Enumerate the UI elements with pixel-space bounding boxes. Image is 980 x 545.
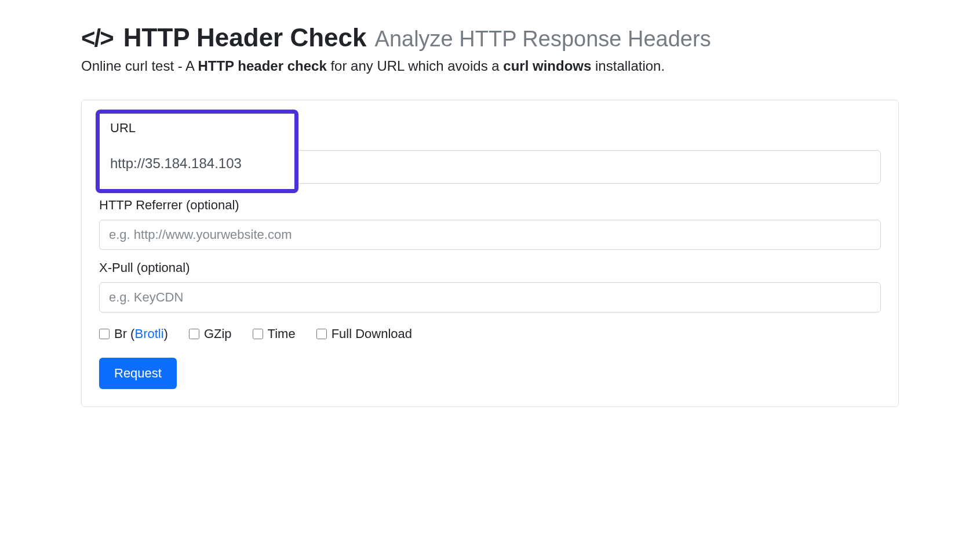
br-option[interactable]: Br (Brotli) [99,326,168,341]
time-label: Time [268,326,296,341]
referrer-group: HTTP Referrer (optional) [99,198,881,250]
url-label: URL [110,121,284,136]
full-download-checkbox[interactable] [316,329,327,339]
request-button[interactable]: Request [99,358,177,389]
xpull-label: X-Pull (optional) [99,260,881,275]
options-row: Br (Brotli) GZip Time Full Download [99,326,881,341]
gzip-label: GZip [204,326,232,341]
lead-bold2: curl windows [503,58,591,74]
br-checkbox[interactable] [99,329,110,339]
url-group: URL [99,110,881,184]
code-icon: </> [81,24,113,52]
full-download-label: Full Download [331,326,412,341]
xpull-input[interactable] [99,282,881,313]
br-label: Br (Brotli) [114,326,168,341]
url-input-overlay[interactable] [110,155,284,172]
time-checkbox[interactable] [253,329,263,339]
brotli-link[interactable]: Brotli [134,326,163,341]
form-card: URL HTTP Referrer (optional) X-Pull (opt… [81,100,899,407]
full-download-option[interactable]: Full Download [316,326,412,341]
lead-mid: for any URL which avoids a [327,58,504,74]
lead-pre: Online curl test - A [81,58,198,74]
referrer-label: HTTP Referrer (optional) [99,198,881,213]
time-option[interactable]: Time [253,326,296,341]
lead-bold1: HTTP header check [198,58,326,74]
gzip-option[interactable]: GZip [189,326,232,341]
lead-post: installation. [591,58,665,74]
gzip-checkbox[interactable] [189,329,199,339]
page-subtitle: Analyze HTTP Response Headers [375,27,711,52]
referrer-input[interactable] [99,220,881,250]
page-title: HTTP Header Check [123,23,367,52]
url-highlight-box: URL [96,110,298,193]
xpull-group: X-Pull (optional) [99,260,881,313]
page-header: </> HTTP Header Check Analyze HTTP Respo… [81,23,899,52]
lead-text: Online curl test - A HTTP header check f… [81,58,899,74]
